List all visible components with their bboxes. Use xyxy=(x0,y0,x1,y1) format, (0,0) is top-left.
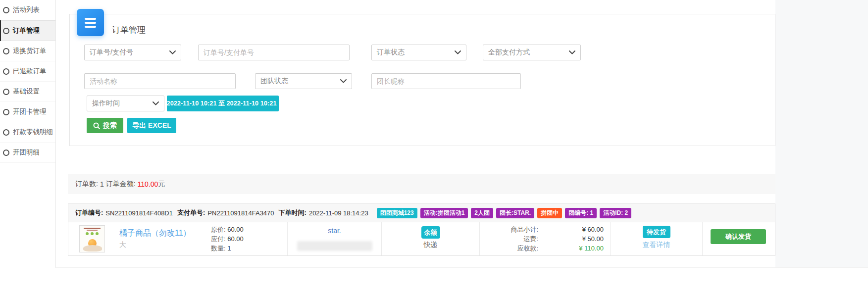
activity-badge: 活动:拼团活动1 xyxy=(420,208,468,218)
circle-icon xyxy=(3,89,9,95)
pay-no-value: PN2211091814FA3470 xyxy=(207,209,274,217)
order-summary-bar: 订单数: 1 订单金额: 110.00 元 xyxy=(68,174,775,194)
pay-no-label: 支付单号: xyxy=(177,208,205,217)
circle-icon xyxy=(3,7,9,13)
order-amount-unit: 元 xyxy=(158,180,165,189)
receivable-value: ¥ 110.00 xyxy=(538,245,610,252)
sidebar-item-label: 开团明细 xyxy=(13,148,40,157)
export-button-label: 导出 EXCEL xyxy=(132,121,171,130)
buyer-contact-redacted xyxy=(297,241,372,251)
sidebar-item-basic-settings[interactable]: 基础设置 xyxy=(0,82,55,102)
export-excel-button[interactable]: 导出 EXCEL xyxy=(127,118,176,133)
pay-method-select[interactable]: 全部支付方式 xyxy=(483,45,581,60)
select-value: 全部支付方式 xyxy=(488,48,530,57)
sidebar-item-group-card[interactable]: 开团卡管理 xyxy=(0,102,55,122)
chevron-down-icon xyxy=(169,50,176,54)
sidebar-item-label: 退换货订单 xyxy=(13,47,47,55)
sidebar-item-label: 基础设置 xyxy=(13,87,40,96)
action-cell: 确认发货 xyxy=(703,222,775,255)
hamburger-icon xyxy=(85,18,96,20)
receivable-label: 应收款: xyxy=(480,244,538,253)
circle-icon xyxy=(3,68,9,75)
circle-icon xyxy=(3,109,9,115)
subtotal-label: 商品小计: xyxy=(480,225,538,234)
order-management-screen: 活动列表 订单管理 退换货订单 已退款订单 基础设置 开团卡管理 打款零钱明细 xyxy=(0,0,868,299)
buyer-nickname-link[interactable]: star. xyxy=(288,222,381,235)
circle-icon xyxy=(3,48,9,54)
payable-value: 60.00 xyxy=(227,235,244,243)
order-time-label: 下单时间: xyxy=(279,208,306,217)
sidebar-item-refunded-orders[interactable]: 已退款订单 xyxy=(0,61,55,82)
sidebar-item-payment-details[interactable]: 打款零钱明细 xyxy=(0,122,55,143)
date-range-value: 2022-11-10 10:21 至 2022-11-10 10:21 xyxy=(167,100,277,108)
orders-count-label: 订单数: xyxy=(75,180,98,189)
leader-nickname-input[interactable] xyxy=(371,73,521,89)
search-button-label: 搜索 xyxy=(103,121,117,130)
sidebar-item-label: 打款零钱明细 xyxy=(13,128,53,137)
sidebar-item-order-management[interactable]: 订单管理 xyxy=(0,20,55,41)
search-icon xyxy=(93,122,100,129)
order-tags: 团团商城123 活动:拼团活动1 2人团 团长:STAR. 拼团中 团编号: 1… xyxy=(374,208,632,218)
select-value: 订单号/支付号 xyxy=(90,48,133,57)
order-amount-value: 110.00 xyxy=(138,180,158,188)
order-amount-label: 订单金额: xyxy=(106,180,136,189)
team-status-select[interactable]: 团队状态 xyxy=(255,73,352,89)
sidebar: 活动列表 订单管理 退换货订单 已退款订单 基础设置 开团卡管理 打款零钱明细 xyxy=(0,0,56,268)
product-cell: 橘子商品（勿改11） 大 原价: 60.00 应付: 60.00 数量: 1 xyxy=(68,222,288,255)
view-detail-link[interactable]: 查看详情 xyxy=(611,241,702,249)
order-time-value: 2022-11-09 18:14:23 xyxy=(309,209,368,217)
chevron-down-icon xyxy=(340,79,347,83)
search-button[interactable]: 搜索 xyxy=(87,118,123,133)
sidebar-item-group-details[interactable]: 开团明细 xyxy=(0,143,55,163)
circle-icon xyxy=(3,150,9,156)
order-row: 橘子商品（勿改11） 大 原价: 60.00 应付: 60.00 数量: 1 s… xyxy=(68,222,775,256)
group-status-badge: 拼团中 xyxy=(537,208,562,218)
date-range-button[interactable]: 2022-11-10 10:21 至 2022-11-10 10:21 xyxy=(167,96,279,111)
original-price-label: 原价: xyxy=(211,226,226,233)
chevron-down-icon xyxy=(569,50,575,54)
amounts-cell: 商品小计: ¥ 60.00 运费: ¥ 50.00 应收款: ¥ 110.00 xyxy=(480,222,611,255)
group-size-badge: 2人团 xyxy=(471,208,493,218)
circle-icon xyxy=(3,28,9,34)
product-name-link[interactable]: 橘子商品（勿改11） xyxy=(119,228,191,239)
chevron-down-icon xyxy=(153,101,159,105)
sidebar-item-label: 订单管理 xyxy=(13,26,40,35)
order-status-select[interactable]: 订单状态 xyxy=(371,45,466,60)
chevron-down-icon xyxy=(455,50,461,54)
status-cell: 待发货 查看详情 xyxy=(611,222,703,255)
confirm-ship-button[interactable]: 确认发货 xyxy=(711,229,766,244)
quantity-label: 数量: xyxy=(211,245,226,252)
order-no-value: SN2211091814F408D1 xyxy=(105,209,173,217)
order-status-badge: 待发货 xyxy=(643,226,670,238)
subtotal-value: ¥ 60.00 xyxy=(538,226,610,233)
sidebar-item-label: 已退款订单 xyxy=(13,67,47,76)
buyer-cell: star. xyxy=(288,222,382,255)
activity-id-badge: 活动ID: 2 xyxy=(600,208,631,218)
payment-cell: 余额 快递 xyxy=(382,222,480,255)
select-value: 团队状态 xyxy=(260,77,288,86)
delivery-method: 快递 xyxy=(382,241,479,249)
product-spec: 大 xyxy=(119,241,126,249)
sidebar-item-return-orders[interactable]: 退换货订单 xyxy=(0,41,55,61)
original-price-value: 60.00 xyxy=(227,226,244,233)
shipping-value: ¥ 50.00 xyxy=(538,235,610,243)
product-price-info: 原价: 60.00 应付: 60.00 数量: 1 xyxy=(211,225,244,253)
menu-toggle-button[interactable] xyxy=(77,9,104,36)
time-field-select[interactable]: 操作时间 xyxy=(87,96,164,111)
sidebar-item-label: 活动列表 xyxy=(13,5,40,14)
page-title: 订单管理 xyxy=(112,24,146,36)
search-field-select[interactable]: 订单号/支付号 xyxy=(84,45,181,60)
select-value: 操作时间 xyxy=(92,99,120,108)
order-no-label: 订单编号: xyxy=(75,208,103,217)
sidebar-item-label: 开团卡管理 xyxy=(13,107,47,116)
activity-name-input[interactable] xyxy=(84,73,236,89)
orders-count-value: 1 xyxy=(100,180,104,188)
shipping-label: 运费: xyxy=(480,235,538,244)
sidebar-item-activity-list[interactable]: 活动列表 xyxy=(0,0,55,20)
leader-badge: 团长:STAR. xyxy=(496,208,534,218)
keyword-input[interactable] xyxy=(198,45,350,60)
product-image[interactable] xyxy=(79,225,105,252)
page-bottom-divider xyxy=(0,267,868,268)
order-card-header: 订单编号: SN2211091814F408D1 支付单号: PN2211091… xyxy=(68,203,775,222)
right-background xyxy=(775,0,868,268)
